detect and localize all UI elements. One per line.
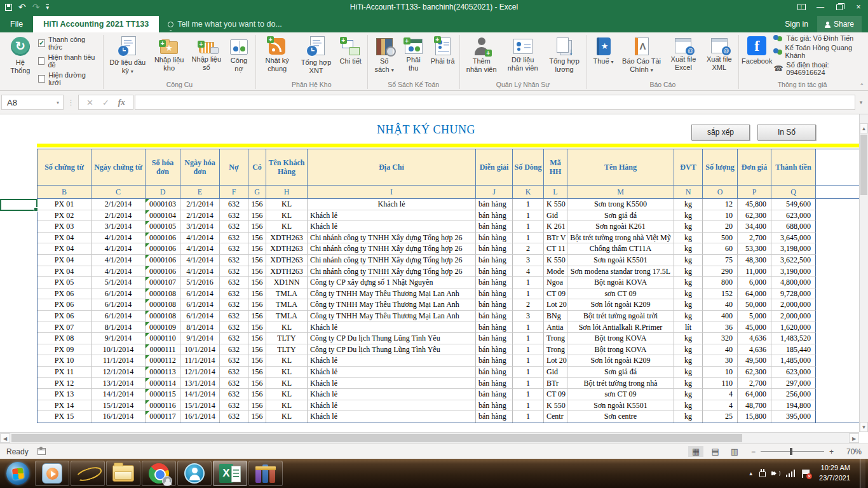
ribbon-button[interactable]: +Nhập liệu sổ xyxy=(189,34,224,72)
table-cell[interactable]: K 261 xyxy=(544,221,567,233)
table-cell[interactable]: KL xyxy=(266,389,308,400)
table-cell[interactable]: lít xyxy=(674,322,703,334)
table-cell[interactable]: 6/1/2014 xyxy=(92,299,146,311)
table-cell[interactable]: PX 12 xyxy=(37,378,92,390)
table-cell[interactable]: 1 xyxy=(513,322,544,334)
table-cell[interactable]: PX 04 xyxy=(37,233,92,244)
table-cell[interactable]: 1,483,520 xyxy=(771,333,816,344)
table-cell[interactable]: 1 xyxy=(513,221,544,233)
table-cell[interactable]: bán hàng xyxy=(476,311,513,322)
table-cell[interactable]: 156 xyxy=(248,243,266,255)
redo-icon[interactable]: ↷ xyxy=(32,3,40,11)
table-cell[interactable]: Bột ngoài KOVA xyxy=(567,277,674,288)
table-cell[interactable]: 2/1/2014 xyxy=(92,199,146,210)
column-header[interactable]: Nợ xyxy=(220,149,248,186)
column-letter[interactable]: D xyxy=(146,186,180,199)
print-book-button[interactable]: In Sổ xyxy=(757,125,816,140)
column-letter[interactable]: I xyxy=(308,186,476,199)
collapse-ribbon-icon[interactable]: ⌃ xyxy=(859,83,864,89)
save-icon[interactable] xyxy=(5,4,12,11)
table-cell[interactable]: 2,700 xyxy=(738,378,771,390)
table-cell[interactable]: bán hàng xyxy=(476,389,513,400)
table-cell[interactable]: Công ty TNHH May Thêu Thương Mại Lan Anh xyxy=(308,288,476,300)
table-cell[interactable]: bán hàng xyxy=(476,277,513,288)
table-cell[interactable]: 156 xyxy=(248,378,266,390)
table-cell[interactable]: PX 09 xyxy=(37,344,92,356)
table-cell[interactable]: 34,400 xyxy=(738,221,771,233)
table-cell[interactable]: TLTY xyxy=(266,333,308,344)
table-cell[interactable]: XDTH263 xyxy=(266,233,308,244)
table-cell[interactable]: PX 04 xyxy=(37,266,92,278)
table-cell[interactable]: kg xyxy=(674,210,703,222)
table-cell[interactable]: 2,000,000 xyxy=(771,311,816,322)
table-cell[interactable]: Mode xyxy=(544,266,567,278)
table-cell[interactable]: 5,000 xyxy=(738,311,771,322)
table-cell[interactable]: kg xyxy=(674,255,703,266)
table-cell[interactable]: bán hàng xyxy=(476,299,513,311)
table-cell[interactable]: 62,300 xyxy=(738,210,771,222)
table-cell[interactable]: 4/1/2014 xyxy=(92,233,146,244)
table-cell[interactable]: 0000111 xyxy=(146,344,180,356)
ribbon-button[interactable]: Dữ liệu đầu kỳ ▾ xyxy=(106,34,149,75)
table-cell[interactable]: bán hàng xyxy=(476,322,513,334)
table-cell[interactable]: 156 xyxy=(248,288,266,300)
table-cell[interactable]: 14/1/2014 xyxy=(180,389,220,400)
table-row[interactable]: PX 044/1/201400001064/1/2014632156XDTH26… xyxy=(37,233,860,244)
table-cell[interactable]: 623,000 xyxy=(771,210,816,222)
ribbon-button[interactable]: Công nợ xyxy=(225,34,253,73)
table-cell[interactable]: 632 xyxy=(220,221,248,233)
name-box[interactable]: A8 ▾ xyxy=(1,95,64,110)
tray-expand-icon[interactable]: ▲ xyxy=(749,471,754,477)
ribbon-checkbox-row[interactable]: ✓Thanh công thức xyxy=(38,36,97,51)
table-cell[interactable]: 0000114 xyxy=(146,378,180,390)
formula-input[interactable] xyxy=(135,95,855,110)
table-cell[interactable]: 0000103 xyxy=(146,199,180,210)
table-cell[interactable]: 0000116 xyxy=(146,400,180,412)
table-cell[interactable]: PX 04 xyxy=(37,255,92,266)
table-cell[interactable]: TLTY xyxy=(266,344,308,356)
table-cell[interactable]: 632 xyxy=(220,355,248,367)
table-cell[interactable]: PX 08 xyxy=(37,333,92,344)
table-cell[interactable]: 5/1/2016 xyxy=(180,277,220,288)
table-cell[interactable]: Khách lẻ xyxy=(308,389,476,400)
media-player-taskbar-button[interactable] xyxy=(35,461,69,486)
table-cell[interactable]: Sơn giả đá xyxy=(567,367,674,378)
column-letter[interactable]: H xyxy=(266,186,308,199)
table-cell[interactable]: 11/1/2014 xyxy=(92,355,146,367)
zoom-slider-thumb[interactable] xyxy=(790,448,792,455)
table-cell[interactable]: 13/1/2014 xyxy=(92,378,146,390)
table-cell[interactable]: 623,000 xyxy=(771,367,816,378)
sign-in-button[interactable]: Sign in xyxy=(778,16,815,32)
close-button[interactable]: × xyxy=(849,0,868,14)
table-cell[interactable]: kg xyxy=(674,367,703,378)
table-cell[interactable]: Sơn trong K5500 xyxy=(567,199,674,210)
table-cell[interactable]: Khách lẻ xyxy=(308,210,476,222)
table-cell[interactable]: 632 xyxy=(220,199,248,210)
table-cell[interactable]: 185,440 xyxy=(771,344,816,356)
table-cell[interactable]: 45,800 xyxy=(738,199,771,210)
table-cell[interactable]: 48,700 xyxy=(738,400,771,412)
table-cell[interactable]: Bột trong KOVA xyxy=(567,333,674,344)
table-cell[interactable]: 2,700 xyxy=(738,233,771,244)
table-cell[interactable]: PX 06 xyxy=(37,288,92,300)
table-cell[interactable]: KL xyxy=(266,210,308,222)
table-cell[interactable]: 10/1/2014 xyxy=(92,344,146,356)
start-button[interactable] xyxy=(2,461,34,486)
show-desktop-button[interactable] xyxy=(860,459,865,488)
table-row[interactable]: PX 022/1/201400001042/1/2014632156KLKhác… xyxy=(37,210,860,222)
column-letter[interactable]: E xyxy=(180,186,220,199)
table-cell[interactable]: 1 xyxy=(513,333,544,344)
table-cell[interactable]: 62,300 xyxy=(738,367,771,378)
table-cell[interactable]: bán hàng xyxy=(476,333,513,344)
table-cell[interactable]: kg xyxy=(674,400,703,412)
table-cell[interactable]: 632 xyxy=(220,311,248,322)
table-cell[interactable]: 0000112 xyxy=(146,355,180,367)
table-cell[interactable]: Ngoa xyxy=(544,277,567,288)
table-cell[interactable]: Khách lẻ xyxy=(308,355,476,367)
table-cell[interactable]: 256,000 xyxy=(771,389,816,400)
table-cell[interactable]: PX 15 xyxy=(37,411,92,423)
winrar-taskbar-button[interactable] xyxy=(248,461,283,486)
table-cell[interactable]: 1 xyxy=(513,367,544,378)
table-cell[interactable]: PX 03 xyxy=(37,221,92,233)
table-cell[interactable]: kg xyxy=(674,355,703,367)
